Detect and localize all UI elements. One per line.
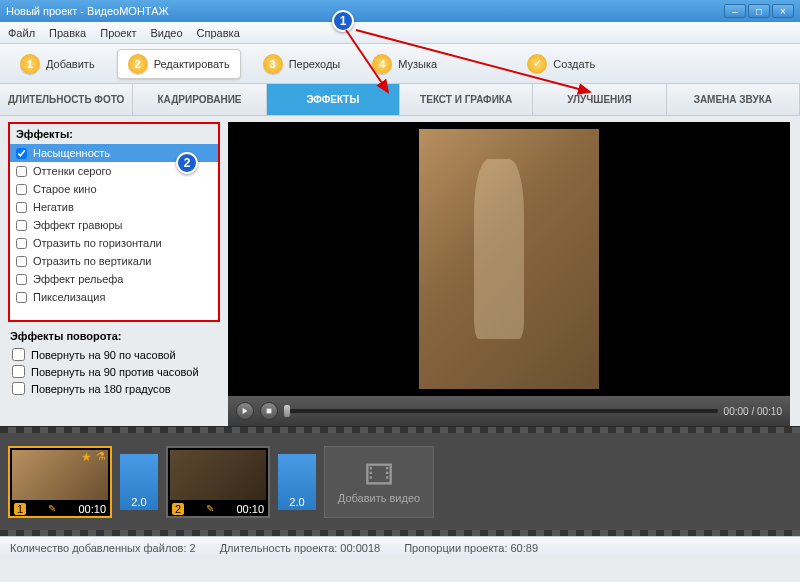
effect-checkbox[interactable]: [16, 292, 27, 303]
effect-checkbox[interactable]: [16, 184, 27, 195]
minimize-button[interactable]: –: [724, 4, 746, 18]
step-add-button[interactable]: 1Добавить: [10, 50, 105, 78]
step-create-button[interactable]: ✓Создать: [517, 50, 605, 78]
effect-item[interactable]: Старое кино: [10, 180, 218, 198]
effect-item[interactable]: Пикселизация: [10, 288, 218, 306]
subtab-enhance[interactable]: УЛУЧШЕНИЯ: [533, 84, 666, 115]
seek-thumb[interactable]: [284, 405, 290, 417]
status-filecount: Количество добавленных файлов: 2: [10, 542, 196, 554]
timeline[interactable]: ★ ⚗ 1✎00:10 2.0 2✎00:10 2.0 Добавить вид…: [0, 426, 800, 536]
player-controls: 00:00 / 00:10: [228, 396, 790, 426]
rotation-header: Эффекты поворота:: [8, 326, 220, 346]
timeline-clip-1[interactable]: ★ ⚗ 1✎00:10: [8, 446, 112, 518]
menubar: Файл Правка Проект Видео Справка: [0, 22, 800, 44]
timeline-transition-1[interactable]: 2.0: [120, 454, 158, 510]
maximize-button[interactable]: □: [748, 4, 770, 18]
step-edit-button[interactable]: 2Редактировать: [117, 49, 241, 79]
effect-item[interactable]: Негатив: [10, 198, 218, 216]
titlebar: Новый проект - ВидеоМОНТАЖ – □ ×: [0, 0, 800, 22]
effect-item[interactable]: Эффект гравюры: [10, 216, 218, 234]
effects-sidebar: Эффекты: Насыщенность Оттенки серого Ста…: [0, 116, 228, 426]
filmstrip-icon: [365, 460, 393, 488]
effect-item-saturation[interactable]: Насыщенность: [10, 144, 218, 162]
step-music-button[interactable]: 4Музыка: [362, 50, 447, 78]
rotation-item[interactable]: Повернуть на 180 градусов: [8, 380, 220, 397]
stop-button[interactable]: [260, 402, 278, 420]
pencil-icon: ✎: [206, 503, 214, 514]
video-preview[interactable]: [228, 122, 790, 396]
effect-item[interactable]: Отразить по горизонтали: [10, 234, 218, 252]
svg-rect-3: [370, 471, 372, 473]
svg-rect-7: [386, 476, 388, 478]
effect-item[interactable]: Отразить по вертикали: [10, 252, 218, 270]
effect-checkbox[interactable]: [16, 238, 27, 249]
workspace: Эффекты: Насыщенность Оттенки серого Ста…: [0, 116, 800, 426]
subtabs: ДЛИТЕЛЬНОСТЬ ФОТО КАДРИРОВАНИЕ ЭФФЕКТЫ Т…: [0, 84, 800, 116]
menu-project[interactable]: Проект: [100, 27, 136, 39]
svg-rect-0: [267, 409, 272, 414]
rotation-checkbox[interactable]: [12, 365, 25, 378]
seek-bar[interactable]: [284, 409, 718, 413]
effect-checkbox[interactable]: [16, 256, 27, 267]
menu-file[interactable]: Файл: [8, 27, 35, 39]
play-button[interactable]: [236, 402, 254, 420]
add-video-button[interactable]: Добавить видео: [324, 446, 434, 518]
star-icon: ★: [81, 450, 92, 464]
menu-video[interactable]: Видео: [150, 27, 182, 39]
effect-item[interactable]: Эффект рельефа: [10, 270, 218, 288]
effects-header: Эффекты:: [10, 124, 218, 144]
svg-rect-2: [370, 467, 372, 469]
menu-edit[interactable]: Правка: [49, 27, 86, 39]
effect-checkbox[interactable]: [16, 220, 27, 231]
main-toolbar: 1Добавить 2Редактировать 3Переходы 4Музы…: [0, 44, 800, 84]
svg-rect-6: [386, 471, 388, 473]
effects-panel: Эффекты: Насыщенность Оттенки серого Ста…: [8, 122, 220, 322]
effect-item[interactable]: Оттенки серого: [10, 162, 218, 180]
subtab-effects[interactable]: ЭФФЕКТЫ: [267, 84, 400, 115]
effect-checkbox[interactable]: [16, 274, 27, 285]
menu-help[interactable]: Справка: [197, 27, 240, 39]
effect-checkbox[interactable]: [16, 166, 27, 177]
subtab-audio[interactable]: ЗАМЕНА ЗВУКА: [667, 84, 800, 115]
timeline-transition-2[interactable]: 2.0: [278, 454, 316, 510]
subtab-duration[interactable]: ДЛИТЕЛЬНОСТЬ ФОТО: [0, 84, 133, 115]
rotation-panel: Эффекты поворота: Повернуть на 90 по час…: [8, 326, 220, 397]
svg-rect-4: [370, 476, 372, 478]
close-button[interactable]: ×: [772, 4, 794, 18]
effect-checkbox[interactable]: [16, 148, 27, 159]
subtab-text[interactable]: ТЕКСТ И ГРАФИКА: [400, 84, 533, 115]
statusbar: Количество добавленных файлов: 2 Длитель…: [0, 536, 800, 558]
subtab-crop[interactable]: КАДРИРОВАНИЕ: [133, 84, 266, 115]
effects-list[interactable]: Насыщенность Оттенки серого Старое кино …: [10, 144, 218, 320]
step-transitions-button[interactable]: 3Переходы: [253, 50, 351, 78]
timecode: 00:00 / 00:10: [724, 406, 782, 417]
status-duration: Длительность проекта: 00:0018: [220, 542, 381, 554]
svg-rect-5: [386, 467, 388, 469]
preview-frame: [419, 129, 599, 389]
rotation-item[interactable]: Повернуть на 90 против часовой: [8, 363, 220, 380]
rotation-item[interactable]: Повернуть на 90 по часовой: [8, 346, 220, 363]
window-title: Новый проект - ВидеоМОНТАЖ: [6, 5, 722, 17]
rotation-checkbox[interactable]: [12, 382, 25, 395]
timeline-clip-2[interactable]: 2✎00:10: [166, 446, 270, 518]
preview-pane: 00:00 / 00:10: [228, 116, 800, 426]
flask-icon: ⚗: [96, 450, 106, 463]
effect-checkbox[interactable]: [16, 202, 27, 213]
status-ratio: Пропорции проекта: 60:89: [404, 542, 538, 554]
pencil-icon: ✎: [48, 503, 56, 514]
rotation-checkbox[interactable]: [12, 348, 25, 361]
